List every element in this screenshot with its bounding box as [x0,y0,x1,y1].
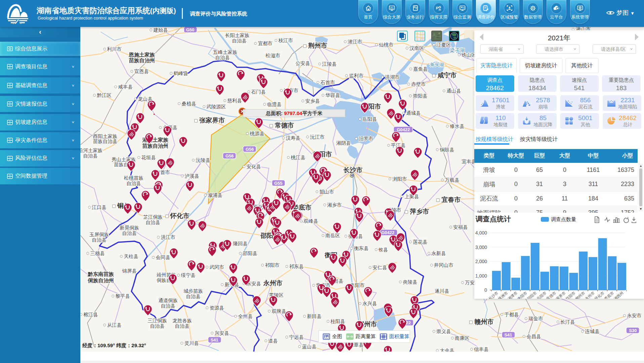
svg-text:修水县: 修水县 [449,123,465,129]
svg-text:自治县: 自治县 [83,153,98,158]
svg-text:兴安县: 兴安县 [214,330,229,336]
svg-text:G0422: G0422 [381,230,394,235]
svg-text:沅江市: 沅江市 [310,134,325,140]
svg-text:仙桃市: 仙桃市 [378,42,394,47]
svg-text:沅陵县: 沅陵县 [196,157,210,163]
svg-text:张家界市: 张家界市 [199,117,225,124]
svg-text:安福县: 安福县 [453,224,468,230]
svg-text:灵川县: 灵川县 [184,340,199,346]
svg-text:自治县: 自治县 [215,55,230,60]
svg-text:武陵源区: 武陵源区 [206,104,226,109]
svg-text:武冈市: 武冈市 [209,264,224,270]
svg-text:G56: G56 [226,153,234,158]
svg-text:永安市: 永安市 [627,313,642,318]
svg-text:自治县: 自治县 [126,181,141,186]
svg-text:全州县: 全州县 [238,314,253,319]
svg-text:宜都市: 宜都市 [258,41,273,46]
svg-text:永兴县: 永兴县 [362,301,377,306]
svg-text:黎平县: 黎平县 [115,293,130,299]
svg-text:潜江市: 潜江市 [348,39,362,44]
svg-text:崇义县: 崇义县 [436,329,451,334]
svg-text:桂阳县: 桂阳县 [330,319,345,324]
svg-text:大余县: 大余县 [440,348,454,352]
svg-text:芷江侗族: 芷江侗族 [143,214,163,220]
svg-text:万载县: 万载县 [445,177,459,183]
svg-text:苗族自治州: 苗族自治州 [128,58,155,63]
svg-text:黔东南苗族: 黔东南苗族 [87,271,114,277]
svg-text:桃江县: 桃江县 [290,155,306,160]
svg-text:监利市: 监利市 [349,73,364,78]
svg-text:桃源县: 桃源县 [249,131,265,136]
svg-text:江口县: 江口县 [92,205,107,210]
svg-text:宁远县: 宁远县 [289,334,304,340]
svg-text:安乡县: 安乡县 [305,98,320,104]
svg-text:G56: G56 [246,147,254,152]
svg-text:南岳区: 南岳区 [325,233,340,238]
svg-text:宣恩县: 宣恩县 [134,69,149,74]
svg-text:4,000: 4,000 [475,230,487,235]
svg-text:怀化市: 怀化市 [170,212,190,219]
svg-text:自治县: 自治县 [150,323,165,329]
svg-text:龙胜各族: 龙胜各族 [172,318,192,323]
svg-text:遂川县: 遂川县 [435,288,449,294]
svg-text:G50: G50 [186,27,195,32]
svg-text:石首市: 石首市 [320,80,335,85]
svg-text:邵阳市: 邵阳市 [526,291,537,299]
svg-text:嘉鱼县: 嘉鱼县 [413,66,428,72]
svg-text:南康区: 南康区 [455,335,470,341]
svg-text:永州市: 永州市 [263,280,283,287]
svg-text:G0422: G0422 [397,127,410,132]
svg-text:岳阳市: 岳阳市 [536,291,547,299]
svg-text:2,000: 2,000 [475,259,487,264]
svg-text:P: P [436,6,439,10]
svg-text:会昌县: 会昌县 [526,334,541,339]
svg-text:于都县: 于都县 [504,312,519,317]
svg-text:通道侗族: 通道侗族 [158,298,178,303]
svg-text:咸丰县: 咸丰县 [118,84,133,89]
svg-text:炎陵县: 炎陵县 [403,279,417,285]
svg-text:斧头湖: 斧头湖 [430,62,444,67]
svg-text:井冈山市: 井冈山市 [434,262,453,268]
svg-text:莲花县: 莲花县 [413,239,428,245]
svg-text:衡东县: 衡东县 [354,246,369,251]
svg-text:赤壁市: 赤壁市 [411,81,426,87]
svg-text:慈利县: 慈利县 [227,98,242,103]
svg-text:苗族自治州: 苗族自治州 [142,143,168,149]
svg-text:湘阴县: 湘阴县 [336,140,351,146]
svg-text:沿河土家族: 沿河土家族 [80,148,103,153]
svg-text:洪江市: 洪江市 [161,234,175,240]
svg-text:自治县: 自治县 [146,220,160,225]
svg-text:长汀县: 长汀县 [560,319,575,325]
svg-text:泸溪县: 泸溪县 [185,173,199,179]
svg-text:信丰县: 信丰县 [474,347,489,352]
svg-text:三穗县: 三穗县 [90,251,105,256]
svg-text:3,000: 3,000 [475,245,487,250]
svg-text:绥宁县: 绥宁县 [181,273,196,278]
svg-text:五峰土家族: 五峰土家族 [213,49,238,55]
svg-text:上栗县: 上栗县 [404,194,419,199]
svg-text:湘潭市: 湘潭市 [507,291,518,299]
svg-text:临澧县: 临澧县 [267,102,282,107]
svg-text:恩施土家族: 恩施土家族 [128,52,155,58]
svg-text:隆回县: 隆回县 [233,241,248,246]
svg-text:1,000: 1,000 [475,273,487,279]
svg-text:侗族自治州: 侗族自治州 [87,278,114,283]
svg-text:邵阳: 邵阳 [260,232,273,239]
svg-text:石门县: 石门县 [251,89,266,95]
svg-text:榕江县: 榕江县 [83,312,98,317]
svg-text:衡阳市: 衡阳市 [516,291,528,299]
svg-text:怀化市: 怀化市 [594,291,605,299]
svg-text:公安县: 公安县 [295,61,310,66]
svg-text:汨罗市: 汨罗市 [359,136,373,141]
svg-text:连城县: 连城县 [585,329,600,334]
svg-text:溆浦县: 溆浦县 [208,192,223,198]
svg-text:酉阳土家族: 酉阳土家族 [93,134,118,139]
svg-text:宜春市: 宜春市 [442,196,461,203]
svg-text:郴州市: 郴州市 [574,291,586,299]
svg-text:安化县: 安化县 [246,164,261,169]
svg-text:G55: G55 [274,181,283,186]
svg-text:自治县: 自治县 [92,237,107,243]
svg-text:常德市: 常德市 [275,122,294,129]
svg-text:岳阳县: 岳阳县 [362,116,377,122]
svg-text:祁东县: 祁东县 [289,264,304,269]
